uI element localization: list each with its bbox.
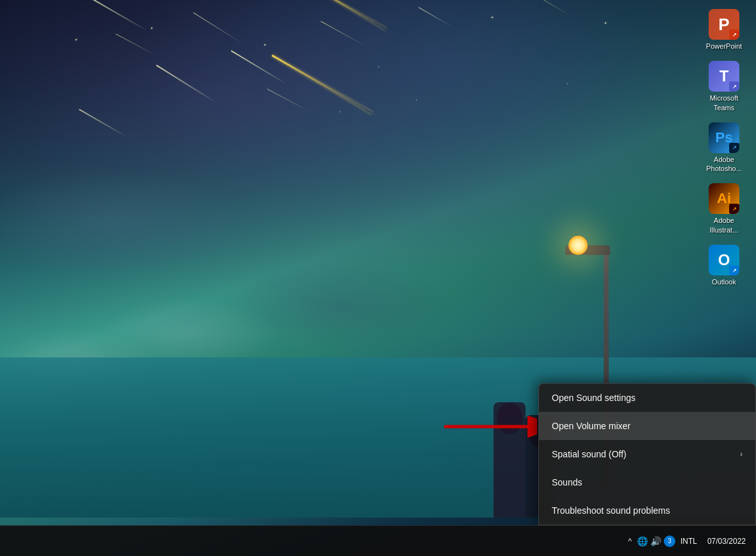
outlook-badge: ↗ [729,265,739,275]
powerpoint-label: PowerPoint [706,42,742,51]
photoshop-badge: ↗ [729,143,739,153]
taskbar: ^ 🌐 🔊 3 INTL 07/03/2022 [0,525,756,556]
open-sound-settings-label: Open Sound settings [552,393,636,403]
illustrator-label: Adobe Illustrat... [701,216,747,234]
outlook-icon-img: O ↗ [709,245,739,275]
sounds-label: Sounds [552,477,582,487]
notification-count-badge[interactable]: 3 [664,536,675,547]
teams-icon-img: T ↗ [709,61,739,92]
outlook-letter: O [718,251,730,269]
desktop: P ↗ PowerPoint T ↗ Microsoft Teams Ps [0,0,756,556]
tray-expand-button[interactable]: ^ [625,534,634,548]
powerpoint-icon-img: P ↗ [709,9,739,40]
photoshop-icon-img: Ps ↗ [709,122,739,153]
illustrator-icon-img: Ai ↗ [709,183,739,214]
desktop-icon-teams[interactable]: T ↗ Microsoft Teams [698,58,750,115]
desktop-icon-illustrator[interactable]: Ai ↗ Adobe Illustrat... [698,181,750,237]
powerpoint-letter: P [718,15,729,35]
illustrator-badge: ↗ [729,204,739,214]
teams-letter: T [720,67,729,85]
photoshop-label: Adobe Photosho... [701,155,747,174]
troubleshoot-label: Troubleshoot sound problems [552,505,670,516]
context-menu-item-sounds[interactable]: Sounds [539,468,755,496]
system-tray: ^ 🌐 🔊 3 INTL 07/03/2022 [625,534,751,548]
context-menu: Open Sound settings Open Volume mixer Sp… [538,383,756,525]
powerpoint-badge: ↗ [729,29,739,40]
spatial-sound-label: Spatial sound (Off) [552,449,626,459]
desktop-icon-photoshop[interactable]: Ps ↗ Adobe Photosho... [698,120,750,176]
network-icon[interactable]: 🌐 [637,536,648,546]
volume-icon[interactable]: 🔊 [650,536,661,546]
spatial-sound-arrow-icon: › [740,450,743,459]
context-menu-item-spatial-sound[interactable]: Spatial sound (Off) › [539,440,755,468]
taskbar-clock[interactable]: 07/03/2022 [702,537,751,546]
context-menu-item-open-sound-settings[interactable]: Open Sound settings [539,384,755,412]
red-arrow-annotation [441,413,537,444]
context-menu-item-troubleshoot[interactable]: Troubleshoot sound problems [539,496,755,525]
desktop-icons-container: P ↗ PowerPoint T ↗ Microsoft Teams Ps [698,6,750,289]
desktop-icon-powerpoint[interactable]: P ↗ PowerPoint [698,6,750,53]
desktop-icon-outlook[interactable]: O ↗ Outlook [698,242,750,289]
context-menu-item-open-volume-mixer[interactable]: Open Volume mixer [539,412,755,440]
input-language-indicator[interactable]: INTL [678,537,700,546]
teams-label: Microsoft Teams [701,94,747,112]
outlook-label: Outlook [712,277,736,286]
open-volume-mixer-label: Open Volume mixer [552,421,631,431]
clock-date: 07/03/2022 [707,537,746,546]
teams-badge: ↗ [729,81,739,92]
